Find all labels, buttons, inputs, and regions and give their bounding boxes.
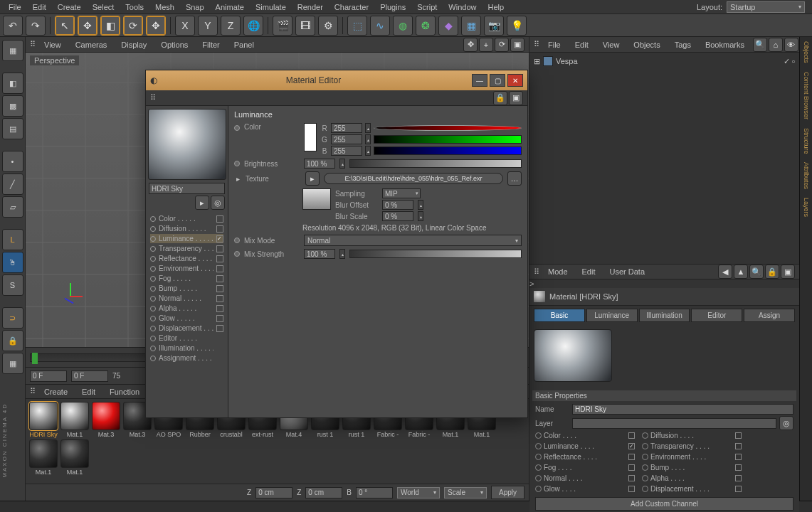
texture-browse-button[interactable]: … bbox=[507, 171, 522, 186]
axis-y-toggle[interactable]: Y bbox=[198, 16, 218, 36]
coord-space-dropdown[interactable]: World bbox=[397, 487, 440, 498]
points-mode[interactable]: • bbox=[2, 151, 23, 172]
me-channel-diffusion[interactable]: Diffusion . . . . . bbox=[150, 224, 223, 233]
channel-normal[interactable]: Normal . . . . bbox=[535, 474, 635, 482]
grip-icon[interactable]: ⠿ bbox=[30, 387, 36, 396]
prev-nav-icon[interactable]: ▸ bbox=[195, 196, 209, 210]
layer-field[interactable] bbox=[572, 418, 776, 429]
spinner-icon[interactable]: ▴ bbox=[339, 249, 345, 259]
mm-menu-edit[interactable]: Edit bbox=[76, 386, 101, 398]
lock-toggle[interactable]: 🔒 bbox=[2, 330, 23, 351]
minimize-button[interactable]: — bbox=[472, 74, 487, 87]
me-channel-alpha[interactable]: Alpha . . . . . bbox=[150, 304, 223, 313]
channel-fog[interactable]: Fog . . . . bbox=[535, 464, 635, 471]
add-environment-button[interactable]: ▦ bbox=[461, 16, 481, 36]
add-spline-button[interactable]: ∿ bbox=[370, 16, 390, 36]
view-toggle-icon[interactable]: ▣ bbox=[510, 38, 524, 52]
me-channel-bump[interactable]: Bump . . . . . bbox=[150, 284, 223, 293]
om-menu-view[interactable]: View bbox=[597, 39, 626, 50]
me-lock-icon[interactable]: 🔒 bbox=[493, 91, 507, 105]
axis-z-toggle[interactable]: Z bbox=[221, 16, 241, 36]
vtab-layers[interactable]: Layers bbox=[801, 193, 811, 221]
material-thumb[interactable]: Mat.1 bbox=[60, 439, 90, 476]
add-deformer-button[interactable]: ◆ bbox=[438, 16, 458, 36]
texture-mode[interactable]: ▩ bbox=[2, 95, 23, 117]
menu-render[interactable]: Render bbox=[292, 1, 329, 13]
grip-icon[interactable]: ⠿ bbox=[30, 40, 36, 49]
vtab-objects[interactable]: Objects bbox=[801, 37, 811, 68]
attr-tab-basic[interactable]: Basic bbox=[534, 309, 585, 322]
add-camera-button[interactable]: 📷 bbox=[484, 16, 504, 36]
menu-file[interactable]: File bbox=[3, 1, 27, 13]
me-channel-assignment[interactable]: Assignment . . . . . bbox=[150, 353, 223, 363]
grip-icon[interactable]: ⠿ bbox=[534, 267, 539, 277]
tweak-mode[interactable]: 🖱 bbox=[2, 252, 23, 273]
workplane-tool[interactable]: ▦ bbox=[2, 353, 23, 374]
vtab-content-browser[interactable]: Content Browser bbox=[801, 68, 811, 124]
add-channel-button[interactable]: Add Custom Channel bbox=[535, 497, 793, 511]
am-up-icon[interactable]: ▲ bbox=[734, 265, 748, 279]
om-search-icon[interactable]: 🔍 bbox=[753, 38, 767, 52]
slider-g[interactable] bbox=[374, 135, 522, 144]
color-r-field[interactable]: 255 bbox=[331, 123, 362, 133]
scale-tool[interactable]: ◧ bbox=[100, 16, 120, 36]
me-channel-normal[interactable]: Normal . . . . . bbox=[150, 294, 223, 303]
me-channel-displacement[interactable]: Displacement . . . . . bbox=[150, 324, 223, 333]
color-b-field[interactable]: 255 bbox=[331, 146, 362, 156]
snap-toggle[interactable]: S bbox=[2, 274, 23, 296]
menu-script[interactable]: Script bbox=[411, 1, 443, 13]
brightness-slider[interactable] bbox=[349, 159, 522, 168]
om-home-icon[interactable]: ⌂ bbox=[769, 38, 783, 52]
view-menu-view[interactable]: View bbox=[38, 39, 67, 50]
channel-bump[interactable]: Bump . . . . bbox=[642, 464, 742, 471]
axis-mode[interactable]: L bbox=[2, 229, 23, 250]
me-popup-icon[interactable]: ▣ bbox=[509, 91, 523, 105]
am-back-icon[interactable]: ◀ bbox=[718, 265, 732, 279]
channel-environment[interactable]: Environment . . . . bbox=[642, 453, 742, 461]
make-editable-button[interactable]: ▦ bbox=[2, 40, 23, 61]
am-new-icon[interactable]: ▣ bbox=[781, 265, 795, 279]
attr-tab-editor[interactable]: Editor bbox=[691, 309, 742, 322]
add-primitive-button[interactable]: ⬚ bbox=[347, 16, 367, 36]
magnet-tool[interactable]: ⊃ bbox=[2, 307, 23, 329]
blurscale-field[interactable]: 0 % bbox=[382, 211, 413, 221]
spinner-icon[interactable]: ▴ bbox=[365, 146, 371, 156]
attr-material-preview[interactable] bbox=[534, 329, 612, 382]
object-name[interactable]: Vespa bbox=[556, 57, 578, 65]
om-menu-edit[interactable]: Edit bbox=[569, 39, 594, 50]
menu-plugins[interactable]: Plugins bbox=[374, 1, 411, 13]
channel-glow[interactable]: Glow . . . . bbox=[535, 485, 635, 493]
coord-apply-button[interactable]: Apply bbox=[491, 486, 524, 499]
brightness-field[interactable]: 100 % bbox=[304, 159, 335, 169]
view-menu-panel[interactable]: Panel bbox=[228, 39, 260, 50]
prev-target-icon[interactable]: ◎ bbox=[211, 196, 225, 210]
grip-icon[interactable]: ⠿ bbox=[150, 93, 156, 102]
texture-path-field[interactable]: E:\3D\sIBLedit\hdre\hdre_055\hdre_055_Re… bbox=[324, 173, 503, 184]
menu-tools[interactable]: Tools bbox=[120, 1, 149, 13]
mixstrength-slider[interactable] bbox=[349, 250, 522, 258]
om-eye-icon[interactable]: 👁 bbox=[784, 38, 798, 52]
me-channel-transparency[interactable]: Transparency . . . . . bbox=[150, 244, 223, 253]
channel-displacement[interactable]: Displacement . . . . bbox=[642, 485, 742, 493]
layer-picker-icon[interactable]: ◎ bbox=[779, 416, 793, 430]
view-pan-icon[interactable]: ✥ bbox=[463, 38, 478, 52]
om-menu-bookmarks[interactable]: Bookmarks bbox=[700, 39, 750, 50]
menu-animate[interactable]: Animate bbox=[210, 1, 250, 13]
color-swatch[interactable] bbox=[304, 123, 317, 151]
spinner-icon[interactable]: ▴ bbox=[418, 200, 423, 210]
channel-diffusion[interactable]: Diffusion . . . . bbox=[642, 432, 742, 439]
material-preview[interactable] bbox=[148, 109, 226, 180]
om-menu-file[interactable]: File bbox=[542, 39, 566, 50]
spinner-icon[interactable]: ▴ bbox=[365, 134, 371, 144]
attr-tab-illumination[interactable]: Illumination bbox=[639, 309, 690, 322]
b-rot-field[interactable]: 0 ° bbox=[356, 487, 393, 498]
slider-r[interactable] bbox=[374, 125, 522, 131]
bluroffset-field[interactable]: 0 % bbox=[382, 200, 413, 210]
material-name-field[interactable]: HDRI Sky bbox=[149, 183, 225, 194]
channel-luminance[interactable]: Luminance . . . . bbox=[535, 442, 635, 450]
material-thumb[interactable]: Mat.1 bbox=[28, 439, 58, 476]
me-channel-illumination[interactable]: Illumination . . . . . bbox=[150, 343, 223, 353]
name-field[interactable] bbox=[572, 404, 793, 415]
redo-button[interactable]: ↷ bbox=[26, 16, 46, 36]
am-search-icon[interactable]: 🔍 bbox=[749, 265, 764, 279]
